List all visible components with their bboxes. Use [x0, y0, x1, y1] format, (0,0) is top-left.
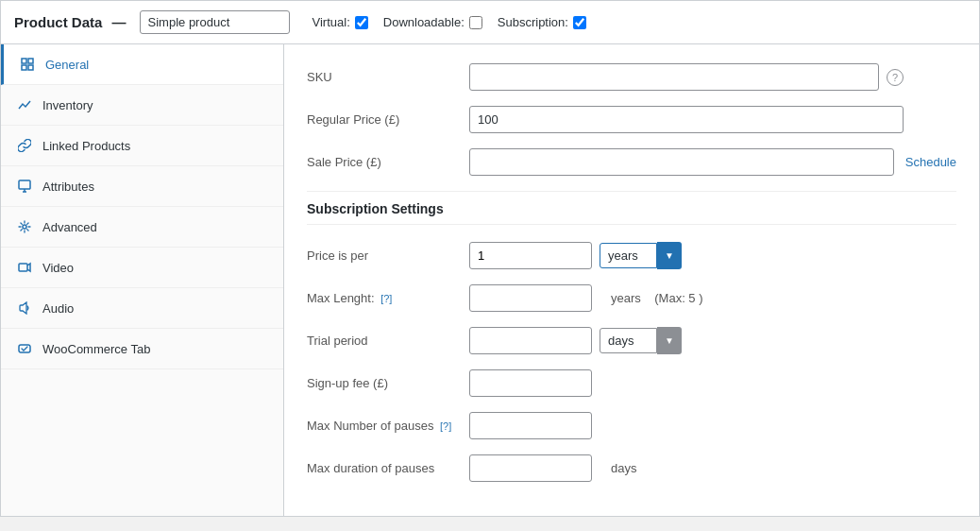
max-length-input[interactable]	[469, 284, 592, 312]
sidebar-item-woocommerce-tab-label: WooCommerce Tab	[42, 342, 150, 356]
max-duration-suffix: days	[611, 461, 636, 475]
max-pauses-input[interactable]	[469, 412, 592, 439]
sidebar-item-advanced-label: Advanced	[42, 220, 97, 234]
sidebar-item-video[interactable]: Video	[1, 248, 283, 288]
trial-period-row: Trial period days weeks months years ▼	[307, 327, 956, 354]
sidebar-item-attributes-label: Attributes	[42, 180, 94, 194]
sidebar-item-linked-products-label: Linked Products	[42, 139, 130, 153]
header-checkboxes: Virtual: Downloadable: Subscription:	[313, 15, 586, 29]
sidebar-item-inventory[interactable]: Inventory	[1, 85, 283, 126]
regular-price-row: Regular Price (£)	[307, 106, 956, 133]
video-icon	[16, 259, 33, 276]
max-pauses-row: Max Number of pauses [?]	[307, 412, 956, 439]
price-is-per-number[interactable]	[469, 242, 592, 269]
virtual-label-text: Virtual:	[313, 15, 350, 29]
signup-fee-label: Sign-up fee (£)	[307, 376, 458, 390]
downloadable-checkbox[interactable]	[469, 16, 482, 29]
trial-period-select[interactable]: days weeks months years	[600, 328, 657, 353]
product-data-header: Product Data — Simple product Variable p…	[1, 1, 979, 44]
max-pauses-label-text: Max Number of pauses	[307, 419, 433, 433]
period-select-arrow[interactable]: ▼	[657, 242, 682, 269]
sale-price-label: Sale Price (£)	[307, 155, 458, 169]
period-select[interactable]: days weeks months years	[600, 243, 657, 268]
sku-label: SKU	[307, 70, 458, 84]
title-separator: —	[112, 14, 127, 30]
schedule-link[interactable]: Schedule	[905, 155, 956, 169]
svg-rect-1	[28, 59, 33, 63]
sidebar-item-attributes[interactable]: Attributes	[1, 166, 283, 207]
sidebar-item-audio-label: Audio	[42, 301, 74, 316]
downloadable-label-text: Downloadable:	[383, 15, 465, 29]
trial-period-label: Trial period	[307, 334, 458, 348]
gear-icon	[16, 218, 33, 235]
trial-period-inputs: days weeks months years ▼	[469, 327, 682, 354]
svg-point-7	[23, 225, 26, 229]
virtual-checkbox[interactable]	[355, 16, 368, 29]
grid-icon	[19, 56, 36, 73]
product-data-body: General Inventory Linked Products	[1, 44, 979, 516]
svg-rect-4	[19, 180, 30, 189]
sidebar-item-audio[interactable]: Audio	[1, 288, 283, 329]
virtual-label: Virtual:	[313, 15, 368, 29]
trial-period-select-arrow[interactable]: ▼	[657, 327, 682, 354]
product-data-container: Product Data — Simple product Variable p…	[0, 0, 980, 517]
sale-price-row: Sale Price (£) Schedule	[307, 148, 956, 176]
sidebar-item-advanced[interactable]: Advanced	[1, 207, 283, 248]
sku-input-group: ?	[469, 63, 904, 91]
subscription-settings: Subscription Settings Price is per days …	[307, 201, 956, 482]
audio-icon	[16, 300, 33, 317]
max-length-help-link[interactable]: [?]	[380, 293, 392, 304]
max-pauses-label: Max Number of pauses [?]	[307, 419, 458, 433]
trial-period-select-wrapper: days weeks months years ▼	[600, 327, 682, 354]
signup-fee-input[interactable]	[469, 369, 592, 397]
chart-icon	[16, 96, 33, 113]
sku-help-icon[interactable]: ?	[887, 69, 904, 86]
price-is-per-inputs: days weeks months years ▼	[469, 242, 682, 269]
max-length-max-info: (Max: 5 )	[654, 291, 702, 305]
svg-rect-2	[22, 65, 26, 70]
product-type-select[interactable]: Simple product Variable product Grouped …	[140, 10, 290, 34]
sale-price-input[interactable]	[469, 148, 894, 176]
sidebar: General Inventory Linked Products	[1, 44, 284, 516]
title-text: Product Data	[14, 14, 102, 30]
product-data-title: Product Data —	[14, 14, 132, 30]
sidebar-item-linked-products[interactable]: Linked Products	[1, 126, 283, 166]
max-length-row: Max Lenght: [?] years (Max: 5 )	[307, 284, 956, 312]
subscription-label: Subscription:	[498, 15, 586, 29]
sidebar-item-video-label: Video	[42, 261, 74, 275]
sidebar-item-general[interactable]: General	[1, 44, 283, 85]
max-length-suffix: years (Max: 5 )	[611, 291, 703, 305]
sidebar-item-inventory-label: Inventory	[42, 98, 93, 112]
link-icon	[16, 137, 33, 154]
price-is-per-row: Price is per days weeks months years ▼	[307, 242, 956, 269]
max-length-label-text: Max Lenght:	[307, 291, 375, 305]
monitor-icon	[16, 178, 33, 195]
svg-rect-9	[19, 345, 30, 352]
subscription-checkbox[interactable]	[573, 16, 586, 29]
sku-row: SKU ?	[307, 63, 956, 91]
max-duration-row: Max duration of pauses days	[307, 454, 956, 482]
subscription-settings-title: Subscription Settings	[307, 201, 956, 225]
regular-price-label: Regular Price (£)	[307, 112, 458, 127]
max-duration-input[interactable]	[469, 454, 592, 482]
sku-input[interactable]	[469, 63, 879, 91]
sidebar-item-woocommerce-tab[interactable]: WooCommerce Tab	[1, 329, 283, 369]
svg-rect-8	[19, 264, 27, 271]
max-length-years: years	[611, 291, 641, 305]
sidebar-item-general-label: General	[45, 58, 89, 72]
max-pauses-help-link[interactable]: [?]	[440, 420, 451, 432]
svg-rect-0	[22, 59, 26, 63]
section-divider	[307, 191, 956, 192]
woo-icon	[16, 340, 33, 357]
downloadable-label: Downloadable:	[383, 15, 482, 29]
main-content: SKU ? Regular Price (£) Sale Price (£) S…	[284, 44, 979, 516]
subscription-label-text: Subscription:	[498, 15, 568, 29]
product-type-dropdown[interactable]: Simple product Variable product Grouped …	[140, 10, 290, 34]
period-select-wrapper: days weeks months years ▼	[600, 242, 682, 269]
max-length-label: Max Lenght: [?]	[307, 291, 458, 305]
price-is-per-label: Price is per	[307, 248, 458, 263]
max-duration-label: Max duration of pauses	[307, 461, 458, 475]
regular-price-input[interactable]	[469, 106, 904, 133]
signup-fee-row: Sign-up fee (£)	[307, 369, 956, 397]
trial-period-input[interactable]	[469, 327, 592, 354]
